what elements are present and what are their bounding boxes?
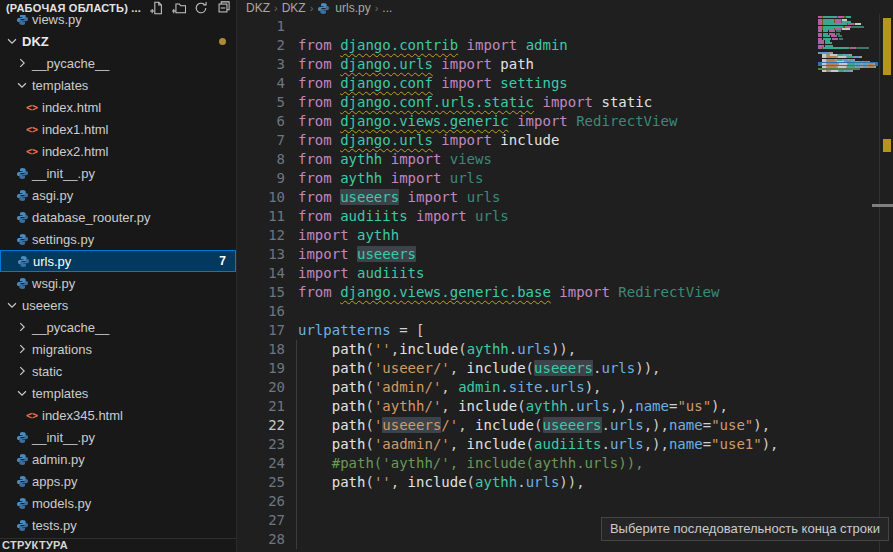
code-line[interactable]: 4from django.conf import settings	[298, 74, 818, 93]
new-file-icon[interactable]	[150, 1, 164, 15]
line-number[interactable]: 19	[249, 359, 285, 378]
chevron-right-icon[interactable]	[14, 341, 30, 357]
tree-item-apps-py[interactable]: apps.py	[0, 470, 236, 492]
code-line[interactable]: 17urlpatterns = [	[298, 321, 818, 340]
explorer-section-header[interactable]: (РАБОЧАЯ ОБЛАСТЬ) ...	[0, 0, 236, 15]
chevron-down-icon[interactable]	[4, 33, 20, 49]
code-line[interactable]: 14import audiiits	[298, 264, 818, 283]
code-line[interactable]: 15from django.views.generic.base import …	[298, 283, 818, 302]
tree-item-index2-html[interactable]: <>index2.html	[0, 140, 236, 162]
chevron-right-icon[interactable]	[14, 319, 30, 335]
tree-item--init-py[interactable]: __init__.py	[0, 426, 236, 448]
tree-item--pycache-[interactable]: __pycache__	[0, 52, 236, 74]
tree-item-useeers[interactable]: useeers	[0, 294, 236, 316]
line-number[interactable]: 22	[249, 416, 285, 435]
code-line[interactable]: 13import useeers	[298, 245, 818, 264]
code-line[interactable]: 7from django.urls import include	[298, 131, 818, 150]
minimap[interactable]	[818, 14, 878, 104]
code-line[interactable]: 20 path('admin/', admin.site.urls),	[298, 378, 818, 397]
line-number[interactable]: 13	[249, 245, 285, 264]
code-line[interactable]: 26	[298, 492, 818, 511]
code-line[interactable]: 22 path('useeers/', include(useeers.urls…	[298, 416, 818, 435]
code-line[interactable]: 1	[298, 17, 818, 36]
line-number[interactable]: 3	[249, 55, 285, 74]
line-number[interactable]: 28	[249, 530, 285, 549]
code-line[interactable]: 24 #path('aythh/', include(aythh.urls)),	[298, 454, 818, 473]
code-line[interactable]: 2from django.contrib import admin	[298, 36, 818, 55]
line-number[interactable]: 12	[249, 226, 285, 245]
tree-item-index-html[interactable]: <>index.html	[0, 96, 236, 118]
line-number[interactable]: 24	[249, 454, 285, 473]
line-number[interactable]: 23	[249, 435, 285, 454]
code-token	[517, 37, 525, 53]
code-line[interactable]: 16	[298, 302, 818, 321]
code-line[interactable]: 3from django.urls import path	[298, 55, 818, 74]
code-line[interactable]: 6from django.views.generic import Redire…	[298, 112, 818, 131]
code-line[interactable]: 25 path('', include(aythh.urls)),	[298, 473, 818, 492]
line-number[interactable]: 8	[249, 150, 285, 169]
line-number[interactable]: 7	[249, 131, 285, 150]
code-line[interactable]: 23 path('aadmin/', include(audiiits.urls…	[298, 435, 818, 454]
tree-item-static[interactable]: static	[0, 360, 236, 382]
line-number[interactable]: 26	[249, 492, 285, 511]
code-line[interactable]: 18 path('',include(aythh.urls)),	[298, 340, 818, 359]
chevron-down-icon[interactable]	[14, 77, 30, 93]
overview-ruler[interactable]	[879, 14, 893, 552]
tree-item-index1-html[interactable]: <>index1.html	[0, 118, 236, 140]
tree-item-urls-py[interactable]: urls.py7	[0, 250, 236, 272]
tree-item-admin-py[interactable]: admin.py	[0, 448, 236, 470]
tree-item-templates[interactable]: templates	[0, 382, 236, 404]
tree-item-asgi-py[interactable]: asgi.py	[0, 184, 236, 206]
line-number[interactable]: 11	[249, 207, 285, 226]
chevron-down-icon[interactable]	[4, 297, 20, 313]
code-line[interactable]: 10from useeers import urls	[298, 188, 818, 207]
tree-item-dkz[interactable]: DKZ	[0, 30, 236, 52]
tree-item-templates[interactable]: templates	[0, 74, 236, 96]
code-line[interactable]: 8from aythh import views	[298, 150, 818, 169]
tree-item-label: models.py	[32, 496, 91, 511]
tree-item-database-roouter-py[interactable]: database_roouter.py	[0, 206, 236, 228]
line-number[interactable]: 27	[249, 511, 285, 530]
tree-item-index345-html[interactable]: <>index345.html	[0, 404, 236, 426]
collapse-all-icon[interactable]	[216, 1, 230, 15]
code-line[interactable]: 21 path('aythh/', include(aythh.urls,),n…	[298, 397, 818, 416]
line-number[interactable]: 10	[249, 188, 285, 207]
line-number[interactable]: 5	[249, 93, 285, 112]
line-number[interactable]: 15	[249, 283, 285, 302]
line-number[interactable]: 1	[249, 17, 285, 36]
breadcrumb-item[interactable]: ...	[382, 1, 392, 15]
breadcrumb-item[interactable]: DKZ	[282, 1, 306, 15]
line-number[interactable]: 14	[249, 264, 285, 283]
tree-item-tests-py[interactable]: tests.py	[0, 514, 236, 536]
chevron-right-icon[interactable]	[14, 55, 30, 71]
line-number[interactable]: 17	[249, 321, 285, 340]
tree-item-settings-py[interactable]: settings.py	[0, 228, 236, 250]
code-line[interactable]: 5from django.conf.urls.static import sta…	[298, 93, 818, 112]
line-number[interactable]: 6	[249, 112, 285, 131]
line-number[interactable]: 9	[249, 169, 285, 188]
line-number[interactable]: 20	[249, 378, 285, 397]
line-number[interactable]: 4	[249, 74, 285, 93]
code-line[interactable]: 9from aythh import urls	[298, 169, 818, 188]
outline-section-header[interactable]: СТРУКТУРА	[0, 538, 236, 552]
code-area[interactable]: 12from django.contrib import admin3from …	[238, 17, 818, 552]
breadcrumb-item[interactable]: urls.py	[335, 1, 370, 15]
tree-item-migrations[interactable]: migrations	[0, 338, 236, 360]
new-folder-icon[interactable]	[172, 1, 186, 15]
line-number[interactable]: 16	[249, 302, 285, 321]
chevron-down-icon[interactable]	[14, 385, 30, 401]
refresh-icon[interactable]	[194, 1, 208, 15]
code-line[interactable]: 11from audiiits import urls	[298, 207, 818, 226]
tree-item--init-py[interactable]: __init__.py	[0, 162, 236, 184]
code-line[interactable]: 19 path('useeer/', include(useeers.urls)…	[298, 359, 818, 378]
breadcrumb-item[interactable]: DKZ	[246, 1, 270, 15]
tree-item-models-py[interactable]: models.py	[0, 492, 236, 514]
tree-item-wsgi-py[interactable]: wsgi.py	[0, 272, 236, 294]
line-number[interactable]: 2	[249, 36, 285, 55]
line-number[interactable]: 25	[249, 473, 285, 492]
code-line[interactable]: 12import aythh	[298, 226, 818, 245]
line-number[interactable]: 21	[249, 397, 285, 416]
tree-item--pycache-[interactable]: __pycache__	[0, 316, 236, 338]
line-number[interactable]: 18	[249, 340, 285, 359]
chevron-right-icon[interactable]	[14, 363, 30, 379]
